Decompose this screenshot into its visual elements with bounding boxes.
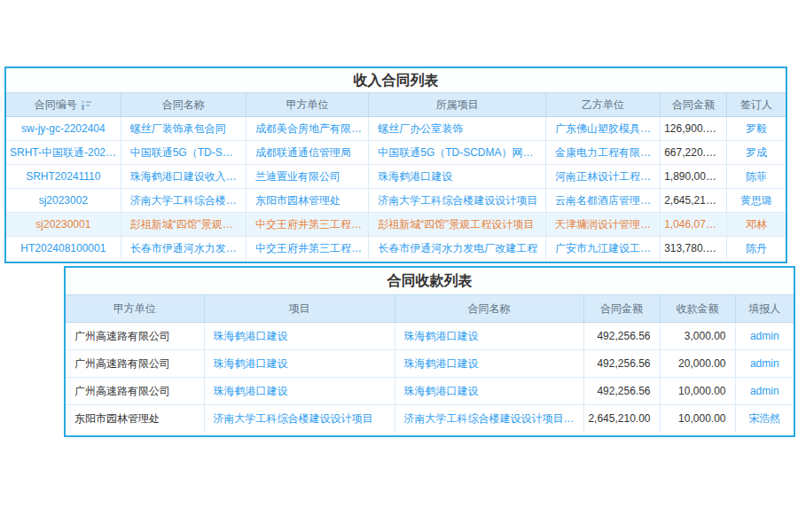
column-header-label: 甲方单位 [286, 98, 329, 113]
sort-descending-icon[interactable] [81, 100, 92, 110]
cell-contract_name[interactable]: 珠海鹤港口建设 [395, 350, 583, 378]
column-header-party_a: 甲方单位 [66, 295, 204, 323]
column-header-contract_name: 合同名称 [395, 295, 583, 323]
cell-name[interactable]: 螺丝厂装饰承包合同 [121, 117, 246, 141]
column-header-signer: 签订人 [726, 93, 786, 117]
column-header-label: 所属项目 [436, 98, 479, 113]
cell-project[interactable]: 济南大学工科综合楼建设设计项目 [369, 189, 546, 213]
column-header-label: 签订人 [740, 98, 772, 113]
cell-amount: 1,890,000... [661, 165, 727, 189]
cell-party_a: 东阳市园林管理处 [66, 405, 204, 433]
page: 收入合同列表 合同编号合同名称甲方单位所属项目乙方单位合同金额签订人 sw-jy… [0, 0, 798, 532]
cell-party_b[interactable]: 天津墉润设计管理有限... [546, 213, 661, 237]
cell-party_b[interactable]: 广东佛山塑胶模具有限... [546, 117, 661, 141]
cell-name[interactable]: 中国联通5G（TD-SCDMA）... [121, 141, 246, 165]
cell-code[interactable]: SRHT-中国联通-2024... [6, 141, 121, 165]
cell-project[interactable]: 长春市伊通河水力发电厂改建工程 [369, 237, 546, 261]
cell-amount: 1,046,070... [661, 213, 727, 237]
cell-signer[interactable]: 罗毅 [726, 117, 786, 141]
cell-contract_amount: 492,256.56 [583, 323, 660, 350]
cell-project[interactable]: 珠海鹤港口建设 [369, 165, 546, 189]
cell-code[interactable]: sj20230001 [6, 213, 121, 237]
cell-signer[interactable]: 罗成 [726, 141, 786, 165]
cell-contract_amount: 492,256.56 [583, 378, 660, 405]
cell-signer[interactable]: 黄思璐 [726, 189, 786, 213]
cell-project[interactable]: 珠海鹤港口建设 [204, 323, 395, 350]
cell-amount: 126,900.83 [661, 117, 727, 141]
cell-signer[interactable]: 陈菲 [726, 165, 786, 189]
cell-project[interactable]: 彭祖新城“四馆”景观工程设计项目 [369, 213, 546, 237]
cell-party_a[interactable]: 成都美合房地产有限公司 [246, 117, 368, 141]
income-contract-table: 合同编号合同名称甲方单位所属项目乙方单位合同金额签订人 sw-jy-gc-220… [6, 92, 786, 261]
column-header-label: 合同金额 [600, 301, 643, 317]
column-header-reporter: 填报人 [735, 295, 794, 323]
cell-project[interactable]: 螺丝厂办公室装饰 [369, 117, 546, 141]
income-contract-panel: 收入合同列表 合同编号合同名称甲方单位所属项目乙方单位合同金额签订人 sw-jy… [4, 66, 787, 263]
cell-code[interactable]: sw-jy-gc-2202404 [6, 117, 121, 141]
column-header-label: 合同编号 [35, 98, 77, 113]
cell-project[interactable]: 济南大学工科综合楼建设设计项目 [204, 405, 395, 433]
column-header-label: 项目 [289, 301, 310, 317]
cell-name[interactable]: 珠海鹤港口建设收入合同2 [121, 165, 246, 189]
cell-party_b[interactable]: 广安市九江建设工程公司 [546, 237, 661, 261]
cell-signer[interactable]: 邓林 [726, 213, 786, 237]
cell-name[interactable]: 长春市伊通河水力发电厂改... [121, 237, 246, 261]
cell-party_b[interactable]: 云南名都酒店管理有限... [546, 189, 661, 213]
cell-party_a: 广州高速路有限公司 [66, 350, 204, 378]
column-header-party_b: 乙方单位 [546, 93, 661, 117]
cell-received_amount: 20,000.00 [660, 350, 735, 378]
cell-party_a: 广州高速路有限公司 [66, 378, 204, 405]
cell-party_a[interactable]: 兰迪置业有限公司 [246, 165, 368, 189]
column-header-label: 合同名称 [468, 301, 511, 317]
table-row[interactable]: 广州高速路有限公司珠海鹤港口建设珠海鹤港口建设492,256.5610,000.… [66, 378, 794, 405]
column-header-label: 填报人 [748, 301, 780, 317]
cell-code[interactable]: SRHT20241110 [6, 165, 121, 189]
column-header-received_amount: 收款金额 [660, 295, 735, 323]
cell-contract_name[interactable]: 珠海鹤港口建设 [395, 378, 583, 405]
column-header-amount: 合同金额 [661, 93, 727, 117]
column-header-label: 合同名称 [162, 98, 205, 113]
cell-party_a[interactable]: 中交王府井第三工程局有限... [246, 237, 368, 261]
cell-reporter[interactable]: admin [735, 323, 794, 350]
receipt-table-title: 合同收款列表 [66, 268, 794, 294]
table-row[interactable]: SRHT20241110珠海鹤港口建设收入合同2兰迪置业有限公司珠海鹤港口建设河… [6, 165, 786, 189]
column-header-label: 乙方单位 [582, 98, 624, 113]
cell-amount: 667,220.94 [661, 141, 727, 165]
column-header-label: 收款金额 [677, 301, 719, 317]
column-header-party_a: 甲方单位 [246, 93, 368, 117]
cell-contract_name[interactable]: 济南大学工科综合楼建设设计项目收... [395, 405, 583, 433]
cell-code[interactable]: sj2023002 [6, 189, 121, 213]
cell-party_b[interactable]: 河南正林设计工程有限... [546, 165, 661, 189]
column-header-project: 项目 [204, 295, 395, 323]
cell-signer[interactable]: 陈丹 [726, 237, 786, 261]
cell-party_a[interactable]: 东阳市园林管理处 [246, 189, 368, 213]
table-row[interactable]: sw-jy-gc-2202404螺丝厂装饰承包合同成都美合房地产有限公司螺丝厂办… [6, 117, 786, 141]
column-header-code[interactable]: 合同编号 [6, 93, 121, 117]
cell-party_b[interactable]: 金康电力工程有限公司 [546, 141, 661, 165]
cell-contract_name[interactable]: 珠海鹤港口建设 [395, 323, 583, 350]
cell-party_a[interactable]: 中交王府井第三工程局有限... [246, 213, 368, 237]
cell-party_a: 广州高速路有限公司 [66, 323, 204, 350]
table-row[interactable]: sj20230001彭祖新城“四馆”景观工程设计...中交王府井第三工程局有限.… [6, 213, 786, 237]
contract-receipt-table: 甲方单位项目合同名称合同金额收款金额填报人 广州高速路有限公司珠海鹤港口建设珠海… [66, 294, 794, 433]
table-row[interactable]: SRHT-中国联通-2024...中国联通5G（TD-SCDMA）...成都联通… [6, 141, 786, 165]
cell-name[interactable]: 济南大学工科综合楼建设设... [121, 189, 246, 213]
cell-received_amount: 10,000.00 [660, 378, 735, 405]
cell-project[interactable]: 珠海鹤港口建设 [204, 378, 395, 405]
table-row[interactable]: 广州高速路有限公司珠海鹤港口建设珠海鹤港口建设492,256.5620,000.… [66, 350, 794, 378]
cell-party_a[interactable]: 成都联通通信管理局 [246, 141, 368, 165]
cell-received_amount: 10,000.00 [660, 405, 735, 433]
cell-name[interactable]: 彭祖新城“四馆”景观工程设计... [121, 213, 246, 237]
column-header-label: 合同金额 [672, 98, 715, 113]
income-table-header-row: 合同编号合同名称甲方单位所属项目乙方单位合同金额签订人 [6, 93, 786, 117]
table-row[interactable]: HT202408100001长春市伊通河水力发电厂改...中交王府井第三工程局有… [6, 237, 786, 261]
table-row[interactable]: sj2023002济南大学工科综合楼建设设...东阳市园林管理处济南大学工科综合… [6, 189, 786, 213]
cell-project[interactable]: 珠海鹤港口建设 [204, 350, 395, 378]
cell-reporter[interactable]: 宋浩然 [735, 405, 794, 433]
cell-project[interactable]: 中国联通5G（TD-SCDMA）网络三... [369, 141, 546, 165]
table-row[interactable]: 东阳市园林管理处济南大学工科综合楼建设设计项目济南大学工科综合楼建设设计项目收.… [66, 405, 794, 433]
cell-reporter[interactable]: admin [735, 378, 794, 405]
cell-code[interactable]: HT202408100001 [6, 237, 121, 261]
table-row[interactable]: 广州高速路有限公司珠海鹤港口建设珠海鹤港口建设492,256.563,000.0… [66, 323, 794, 350]
cell-reporter[interactable]: admin [735, 350, 794, 378]
